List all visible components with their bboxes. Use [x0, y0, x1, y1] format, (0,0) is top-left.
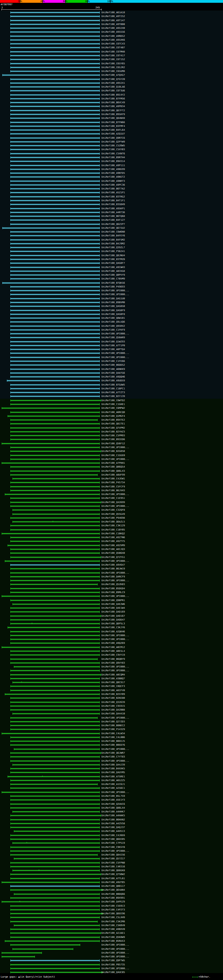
- hit-alignment-line[interactable]: [10, 36, 99, 37]
- hit-alignment-line[interactable]: [8, 416, 99, 417]
- hit-alignment-line[interactable]: [10, 929, 99, 929]
- hit-alignment-line[interactable]: [10, 310, 99, 311]
- hit-alignment-line[interactable]: [10, 721, 99, 722]
- hit-label[interactable]: UniRef100_A9PB34: [101, 105, 125, 108]
- hit-alignment-line[interactable]: [10, 286, 99, 287]
- hit-label[interactable]: UniRef100_A7QXG7: [101, 74, 125, 77]
- hit-alignment-line[interactable]: [10, 780, 99, 781]
- hit-label[interactable]: UniRef100_A9CWH3: [101, 266, 125, 269]
- hit-alignment-line[interactable]: [10, 576, 99, 577]
- hit-label[interactable]: UniRef100_UPI000...: [101, 669, 129, 672]
- hit-alignment-line[interactable]: [10, 28, 99, 29]
- hit-label[interactable]: UniRef100_B0DQ66: [101, 893, 125, 896]
- hit-label[interactable]: UniRef100_A9SIX1: [101, 82, 125, 85]
- hit-label[interactable]: UniRef100_B6QBY9: [101, 658, 125, 661]
- hit-label[interactable]: UniRef100_Q64AN4: [101, 889, 125, 892]
- hit-alignment-line[interactable]: [10, 87, 99, 87]
- hit-alignment-line[interactable]: [10, 12, 99, 13]
- hit-label[interactable]: UniRef100_C6T152: [101, 58, 125, 61]
- hit-label[interactable]: UniRef100_A8UF99: [101, 474, 125, 477]
- hit-label[interactable]: UniRef100_A2QKH6: [101, 630, 125, 633]
- hit-label[interactable]: UniRef100_A6NKK9: [101, 368, 125, 371]
- hit-label[interactable]: UniRef100_Q55G49: [101, 513, 125, 516]
- hit-alignment-line[interactable]: [10, 718, 98, 718]
- hit-alignment-line[interactable]: [10, 235, 99, 236]
- hit-label[interactable]: UniRef100_Q10LA6: [101, 86, 125, 89]
- hit-label[interactable]: UniRef100_Q00117: [101, 885, 125, 888]
- hit-alignment-line[interactable]: [2, 408, 99, 409]
- hit-alignment-line[interactable]: [10, 365, 99, 365]
- hit-label[interactable]: UniRef100_C4J6E6: [101, 834, 125, 837]
- hit-label[interactable]: UniRef100_UPI000...: [101, 943, 129, 947]
- hit-label[interactable]: UniRef100_UPI000...: [101, 634, 129, 637]
- hit-label[interactable]: UniRef100_A7SRE1: [101, 775, 125, 778]
- hit-label[interactable]: UniRef100_C5PM93: [101, 434, 125, 438]
- hit-alignment-line[interactable]: [13, 949, 73, 950]
- hit-alignment-line[interactable]: [10, 788, 99, 788]
- hit-alignment-line[interactable]: [10, 220, 99, 220]
- hit-alignment-line[interactable]: [2, 596, 99, 597]
- hit-label[interactable]: UniRef100_Q9VY83: [101, 662, 125, 665]
- hit-label[interactable]: UniRef100_C6TMH8: [101, 51, 125, 54]
- hit-label[interactable]: UniRef100_UPI000...: [101, 579, 129, 582]
- hit-label[interactable]: UniRef100_A4RT36: [101, 211, 125, 214]
- hit-label[interactable]: UniRef100_A5Z1P1: [101, 191, 125, 194]
- hit-alignment-line[interactable]: [10, 937, 99, 938]
- hit-alignment-line[interactable]: [10, 200, 99, 201]
- hit-label[interactable]: UniRef100_A4H513: [101, 830, 125, 833]
- hit-alignment-line[interactable]: [10, 165, 99, 166]
- hit-label[interactable]: UniRef100_UPI000...: [101, 505, 129, 508]
- hit-label[interactable]: UniRef100_Q9RTC6: [101, 137, 125, 140]
- hit-alignment-line[interactable]: [10, 373, 99, 373]
- hit-label[interactable]: UniRef100_C1GHE1: [101, 403, 125, 406]
- hit-alignment-line[interactable]: [10, 619, 99, 620]
- hit-label[interactable]: UniRef100_Q39ZL7: [101, 246, 125, 249]
- hit-label[interactable]: UniRef100_C32QF8: [101, 509, 125, 512]
- hit-alignment-line[interactable]: [10, 878, 99, 879]
- hit-label[interactable]: UniRef100_C1FKF9: [101, 329, 125, 332]
- hit-label[interactable]: UniRef100_Q4G0F8: [101, 313, 125, 316]
- hit-label[interactable]: UniRef100_C1BKQ2: [101, 532, 125, 535]
- hit-label[interactable]: UniRef100_A9T147: [101, 19, 125, 22]
- hit-label[interactable]: UniRef100_A7T1P0: [101, 344, 125, 347]
- hit-alignment-line[interactable]: [2, 901, 99, 902]
- hit-alignment-line[interactable]: [10, 431, 99, 432]
- hit-label[interactable]: UniRef100_B6JW19: [101, 567, 125, 571]
- hit-alignment-line[interactable]: [10, 240, 99, 240]
- hit-label[interactable]: UniRef100_B9BVM0: [101, 301, 125, 304]
- hit-label[interactable]: UniRef100_Q4D167: [101, 615, 125, 618]
- hit-label[interactable]: UniRef100_UPI000...: [101, 293, 129, 296]
- hit-alignment-line[interactable]: [10, 506, 99, 506]
- hit-label[interactable]: UniRef100_UPI000...: [101, 850, 129, 853]
- hit-label[interactable]: UniRef100_A9NS99: [101, 168, 125, 171]
- hit-alignment-line[interactable]: [10, 670, 99, 671]
- hit-alignment-line[interactable]: [5, 561, 99, 562]
- hit-alignment-line[interactable]: [2, 75, 99, 75]
- hit-alignment-line[interactable]: [10, 271, 99, 272]
- hit-label[interactable]: UniRef100_Q66GK8: [101, 869, 125, 872]
- hit-alignment-line[interactable]: [10, 251, 99, 252]
- hit-alignment-line[interactable]: [10, 337, 99, 338]
- hit-label[interactable]: UniRef100_Q06QS4: [101, 466, 125, 469]
- hit-alignment-line[interactable]: [14, 894, 99, 894]
- hit-alignment-line[interactable]: [10, 866, 99, 867]
- hit-label[interactable]: UniRef100_P45734: [101, 481, 125, 484]
- hit-label[interactable]: UniRef100_C6MPW2: [101, 407, 125, 410]
- hit-label[interactable]: UniRef100_C1BY05: [101, 528, 125, 531]
- hit-alignment-line[interactable]: [10, 804, 99, 805]
- hit-label[interactable]: UniRef100_Q50AR9: [101, 336, 125, 339]
- hit-label[interactable]: UniRef100_A9TI52: [101, 15, 125, 18]
- hit-label[interactable]: UniRef100_B4F127: [101, 219, 125, 222]
- hit-alignment-line[interactable]: [10, 772, 99, 773]
- hit-alignment-line[interactable]: [2, 533, 99, 534]
- hit-alignment-line[interactable]: [10, 181, 99, 181]
- hit-alignment-line[interactable]: [10, 909, 99, 910]
- hit-alignment-line[interactable]: [10, 243, 99, 244]
- hit-label[interactable]: UniRef100_Q4UYM5: [101, 771, 125, 774]
- hit-alignment-line[interactable]: [10, 972, 102, 973]
- hit-alignment-line[interactable]: [10, 412, 99, 413]
- hit-label[interactable]: UniRef100_UPI000...: [101, 748, 129, 751]
- hit-alignment-line[interactable]: [10, 169, 99, 170]
- hit-label[interactable]: UniRef100_B8NEC2: [101, 724, 125, 727]
- hit-label[interactable]: UniRef100_B6DD52: [101, 364, 125, 367]
